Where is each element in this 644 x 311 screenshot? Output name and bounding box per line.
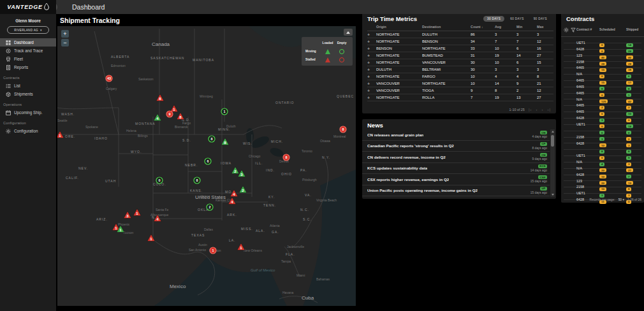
first-page-button[interactable]: |‹ bbox=[529, 108, 532, 112]
stalled-loaded-marker[interactable]: 1 bbox=[133, 207, 142, 219]
contract-row[interactable]: 646501 bbox=[564, 87, 641, 94]
moving-empty-marker[interactable]: 8 bbox=[193, 175, 201, 187]
contract-row[interactable]: 642830 bbox=[564, 112, 641, 119]
range-button-30-days[interactable]: 30 DAYS bbox=[483, 16, 504, 22]
news-item[interactable]: CN delivers record revenue, income in Q2… bbox=[362, 152, 550, 163]
sidebar-item-shipments[interactable]: Shipments bbox=[0, 90, 56, 98]
expand-row-button[interactable]: + bbox=[367, 52, 376, 59]
expand-row-button[interactable]: + bbox=[367, 73, 376, 80]
zoom-out-button[interactable]: − bbox=[61, 39, 69, 47]
news-scrollbar[interactable] bbox=[550, 129, 555, 197]
org-selector[interactable]: RIVERLAND AG ▾ bbox=[7, 26, 49, 34]
sidebar-item-configuration[interactable]: Configuration bbox=[0, 127, 56, 135]
scroll-down-button[interactable] bbox=[550, 192, 555, 197]
contract-row[interactable]: 6428107 bbox=[564, 169, 641, 175]
range-button-60-days[interactable]: 60 DAYS bbox=[506, 16, 527, 22]
contract-row[interactable]: UET1018 bbox=[564, 119, 641, 125]
news-item[interactable]: CN releases annual grain planCN4 days ag… bbox=[362, 129, 550, 141]
sidebar-item-fleet[interactable]: Fleet bbox=[0, 55, 56, 63]
moving-loaded-marker[interactable]: 2 bbox=[239, 184, 247, 196]
contract-row[interactable]: 646588 bbox=[564, 81, 641, 87]
stalled-loaded-marker[interactable]: 1 bbox=[57, 129, 64, 141]
news-item[interactable]: Canadian Pacific reports 'strong' result… bbox=[362, 141, 550, 152]
contract-row[interactable]: 215830 bbox=[564, 131, 641, 138]
contract-row[interactable]: 64651538 bbox=[564, 62, 641, 68]
records-per-page-select[interactable]: 50 ▾ bbox=[618, 198, 624, 201]
stalled-empty-marker[interactable]: 8 bbox=[339, 124, 347, 136]
contract-row[interactable]: UET133 bbox=[564, 187, 641, 194]
moving-empty-marker[interactable]: 8 bbox=[208, 134, 216, 145]
contract-row[interactable]: 646522 bbox=[564, 99, 641, 106]
trip-header-destination[interactable]: Destination bbox=[422, 24, 471, 31]
news-item[interactable]: Union Pacific posts operating revenue, i… bbox=[362, 185, 550, 197]
moving-empty-marker[interactable]: 6 bbox=[204, 156, 212, 168]
stalled-loaded-marker[interactable]: 4 bbox=[154, 213, 162, 224]
expand-row-button[interactable]: + bbox=[367, 80, 376, 87]
expand-row-button[interactable]: + bbox=[367, 31, 376, 38]
stalled-empty-marker[interactable]: 43 bbox=[105, 73, 113, 85]
stalled-loaded-marker[interactable]: 1 bbox=[147, 233, 156, 244]
trip-header-min[interactable]: Min bbox=[516, 24, 537, 31]
sidebar-item-track-and-trace[interactable]: Track and Trace bbox=[0, 47, 56, 55]
stalled-loaded-marker[interactable]: 1 bbox=[237, 242, 245, 253]
stalled-loaded-marker[interactable]: 8 bbox=[177, 111, 185, 122]
contract-row[interactable]: N/A2021 bbox=[564, 163, 641, 169]
moving-empty-marker[interactable]: 2 bbox=[206, 202, 214, 213]
scrollbar-thumb[interactable] bbox=[551, 135, 554, 147]
contract-row[interactable]: UET109 bbox=[564, 150, 641, 156]
legend-collapse-button[interactable] bbox=[344, 29, 353, 36]
stalled-empty-marker[interactable]: 8 bbox=[282, 152, 290, 164]
trip-cell-max: 27 bbox=[537, 52, 553, 59]
moving-loaded-marker[interactable]: 1 bbox=[117, 224, 125, 235]
moving-empty-marker[interactable]: 0 bbox=[156, 175, 163, 187]
sidebar-item-upcoming-ship[interactable]: Upcoming Ship. bbox=[0, 108, 56, 117]
sidebar-item-list[interactable]: List bbox=[0, 82, 56, 90]
trip-header-max[interactable]: Max bbox=[537, 24, 553, 31]
contract-row[interactable]: 2158108 bbox=[564, 181, 641, 187]
expand-row-button[interactable]: + bbox=[367, 87, 376, 94]
expand-row-button[interactable]: + bbox=[367, 38, 376, 45]
contract-row[interactable]: N/A12542 bbox=[564, 94, 641, 100]
contract-row[interactable]: 88 bbox=[564, 143, 641, 150]
contract-row[interactable]: 6428103 bbox=[564, 138, 641, 144]
contract-row[interactable]: 6465010 bbox=[564, 106, 641, 112]
moving-empty-marker[interactable]: 1 bbox=[221, 106, 228, 118]
news-item[interactable]: KCS updates sustainability dataKCS14 day… bbox=[362, 163, 550, 175]
expand-row-button[interactable]: + bbox=[367, 94, 376, 101]
settings-gear-icon[interactable] bbox=[564, 24, 569, 35]
trip-header-origin[interactable]: Origin bbox=[376, 24, 422, 31]
stalled-empty-marker[interactable]: 9 bbox=[166, 109, 173, 120]
contract-row[interactable]: 6428028 bbox=[564, 43, 641, 50]
moving-loaded-marker[interactable]: 8 bbox=[221, 136, 230, 148]
sidebar-item-reports[interactable]: Reports bbox=[0, 63, 56, 71]
news-item[interactable]: CSX reports higher revenue, earnings in … bbox=[362, 174, 550, 185]
filter-funnel-icon[interactable] bbox=[571, 24, 576, 35]
map[interactable]: CanadaUnited StatesMexicoCubaGulf of Mex… bbox=[57, 26, 356, 306]
expand-row-button[interactable]: + bbox=[367, 66, 376, 73]
sidebar-item-dashboard[interactable]: Dashboard bbox=[0, 38, 56, 47]
trip-header-avg[interactable]: Avg bbox=[495, 24, 516, 31]
contract-row[interactable]: N/A06 bbox=[564, 68, 641, 75]
trip-header-count[interactable]: Count ↓ bbox=[471, 24, 495, 31]
last-page-button[interactable]: ›| bbox=[547, 108, 551, 112]
contract-row[interactable]: 64651517 bbox=[564, 75, 641, 81]
zoom-in-button[interactable]: + bbox=[61, 30, 69, 38]
expand-row-button[interactable]: + bbox=[367, 45, 376, 52]
stalled-loaded-marker[interactable]: 3 bbox=[124, 210, 132, 221]
next-page-button[interactable]: › bbox=[541, 108, 543, 112]
expand-row-button[interactable]: + bbox=[367, 59, 376, 66]
contract-row[interactable]: N/A43 bbox=[564, 156, 641, 163]
contract-row[interactable]: 21582828 bbox=[564, 56, 641, 62]
contract-row[interactable]: 1234646 bbox=[564, 50, 641, 56]
stalled-loaded-marker[interactable]: 8 bbox=[156, 92, 165, 104]
moving-loaded-marker[interactable]: 3 bbox=[238, 168, 246, 180]
contract-row[interactable]: UET1014 bbox=[564, 37, 641, 43]
stalled-loaded-marker[interactable]: 4 bbox=[228, 196, 237, 207]
stalled-empty-marker[interactable]: 1 bbox=[209, 245, 217, 257]
range-button-90-days[interactable]: 90 DAYS bbox=[530, 16, 551, 22]
scroll-up-button[interactable] bbox=[550, 129, 555, 134]
contract-row[interactable]: 00 bbox=[564, 125, 641, 131]
prev-page-button[interactable]: ‹ bbox=[536, 108, 538, 112]
moving-loaded-marker[interactable]: 4 bbox=[154, 112, 162, 124]
contract-row[interactable]: 1232019 bbox=[564, 175, 641, 182]
